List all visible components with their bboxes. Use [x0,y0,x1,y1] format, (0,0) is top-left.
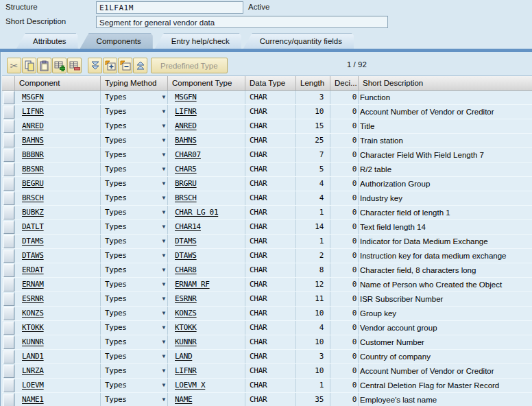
delete-row-button[interactable] [67,58,82,73]
typing-method-cell[interactable]: Types▼ [101,379,168,392]
typing-method-cell[interactable]: Types▼ [101,206,168,219]
typing-method-cell[interactable]: Types▼ [101,119,168,133]
cut-button[interactable]: ✂ [7,58,21,73]
typing-method-cell[interactable]: Types▼ [101,177,168,191]
component-cell[interactable]: LOEVM [15,379,101,392]
typing-method-cell[interactable]: Types▼ [101,163,168,176]
column-header-length[interactable]: Length [296,76,330,90]
dropdown-arrow-icon[interactable]: ▼ [162,368,165,374]
typing-method-cell[interactable]: Types▼ [101,105,168,119]
component-type-cell[interactable]: LIFNR [168,105,245,119]
short-description-input[interactable]: Segment for general vendor data [96,16,388,28]
component-cell[interactable]: DTAMS [15,235,101,248]
component-cell[interactable]: BBSNR [15,163,101,176]
component-type-cell[interactable]: LAND [168,350,245,363]
typing-method-cell[interactable]: Types▼ [101,335,168,349]
dropdown-arrow-icon[interactable]: ▼ [162,354,165,359]
component-cell[interactable]: ANRED [15,119,101,133]
collapse-button[interactable] [133,58,147,73]
tab-currency-quantity-fields[interactable]: Currency/quantity fields [243,33,354,49]
component-type-cell[interactable]: KONZS [168,307,245,320]
row-selector[interactable] [2,105,15,119]
dropdown-arrow-icon[interactable]: ▼ [162,325,165,331]
row-selector[interactable] [2,379,15,392]
row-selector[interactable] [2,177,15,191]
column-header-component-type[interactable]: Component Type [168,76,245,90]
typing-method-cell[interactable]: Types▼ [101,249,168,263]
component-cell[interactable]: BAHNS [15,134,101,147]
row-selector[interactable] [2,119,15,133]
component-type-cell[interactable]: BRSCH [168,191,245,205]
component-cell[interactable]: BUBKZ [15,206,101,219]
component-cell[interactable]: KUNNR [15,335,101,349]
dropdown-arrow-icon[interactable]: ▼ [162,397,165,403]
component-type-cell[interactable]: MSGFN [168,91,245,104]
dropdown-arrow-icon[interactable]: ▼ [162,267,165,273]
row-selector[interactable] [2,91,15,104]
typing-method-cell[interactable]: Types▼ [101,148,168,162]
component-type-cell[interactable]: ERNAM_RF [168,278,245,291]
row-selector[interactable] [2,163,15,176]
column-header-short-description[interactable]: Short Description [359,76,532,90]
dropdown-arrow-icon[interactable]: ▼ [162,138,165,143]
dropdown-arrow-icon[interactable]: ▼ [162,181,165,187]
row-selector[interactable] [2,335,15,349]
component-type-cell[interactable]: DTAMS [168,235,245,248]
component-type-cell[interactable]: LOEVM_X [168,379,245,392]
typing-method-cell[interactable]: Types▼ [101,220,168,234]
component-type-cell[interactable]: CHAR5 [168,163,245,176]
column-header-typing-method[interactable]: Typing Method [101,76,168,90]
column-header-component[interactable]: Component [15,76,101,90]
typing-method-cell[interactable]: Types▼ [101,393,168,406]
component-cell[interactable]: BEGRU [15,177,101,191]
component-cell[interactable]: DATLT [15,220,101,234]
typing-method-cell[interactable]: Types▼ [101,278,168,291]
typing-method-cell[interactable]: Types▼ [101,263,168,277]
typing-method-cell[interactable]: Types▼ [101,307,168,320]
dropdown-arrow-icon[interactable]: ▼ [162,167,165,172]
component-cell[interactable]: BRSCH [15,191,101,205]
component-cell[interactable]: MSGFN [15,91,101,104]
select-all-corner[interactable] [2,76,15,90]
structure-input[interactable]: E1LFA1M [96,1,243,14]
paste-button[interactable] [37,58,51,73]
component-cell[interactable]: BBBNR [15,148,101,162]
insert-entry-button[interactable] [103,58,117,73]
component-type-cell[interactable]: DTAWS [168,249,245,263]
component-cell[interactable]: LNRZA [15,364,101,378]
component-type-cell[interactable]: CHAR8 [168,263,245,277]
component-cell[interactable]: DTAWS [15,249,101,263]
tab-entry-help-check[interactable]: Entry help/check [155,33,241,49]
component-cell[interactable]: KTOKK [15,321,101,335]
typing-method-cell[interactable]: Types▼ [101,292,168,306]
row-selector[interactable] [2,350,15,363]
component-type-cell[interactable]: CHAR14 [168,220,245,234]
component-type-cell[interactable]: LIFNR [168,364,245,378]
row-selector[interactable] [2,321,15,335]
expand-button[interactable] [88,58,102,73]
copy-button[interactable] [22,58,36,73]
row-selector[interactable] [2,191,15,205]
row-selector[interactable] [2,364,15,378]
component-cell[interactable]: LAND1 [15,350,101,363]
component-type-cell[interactable]: ANRED [168,119,245,133]
typing-method-cell[interactable]: Types▼ [101,364,168,378]
component-type-cell[interactable]: KUNNR [168,335,245,349]
row-selector[interactable] [2,206,15,219]
row-selector[interactable] [2,148,15,162]
insert-row-button[interactable] [52,58,66,73]
component-cell[interactable]: ESRNR [15,292,101,306]
dropdown-arrow-icon[interactable]: ▼ [162,383,165,388]
dropdown-arrow-icon[interactable]: ▼ [162,195,165,201]
dropdown-arrow-icon[interactable]: ▼ [162,311,165,316]
typing-method-cell[interactable]: Types▼ [101,350,168,363]
tab-components[interactable]: Components [80,33,153,49]
column-header-data-type[interactable]: Data Type [245,76,296,90]
dropdown-arrow-icon[interactable]: ▼ [162,282,165,287]
row-selector[interactable] [2,249,15,263]
dropdown-arrow-icon[interactable]: ▼ [162,296,165,302]
component-type-cell[interactable]: CHAR_LG_01 [168,206,245,219]
component-cell[interactable]: NAME1 [15,393,101,406]
row-selector[interactable] [2,263,15,277]
typing-method-cell[interactable]: Types▼ [101,191,168,205]
